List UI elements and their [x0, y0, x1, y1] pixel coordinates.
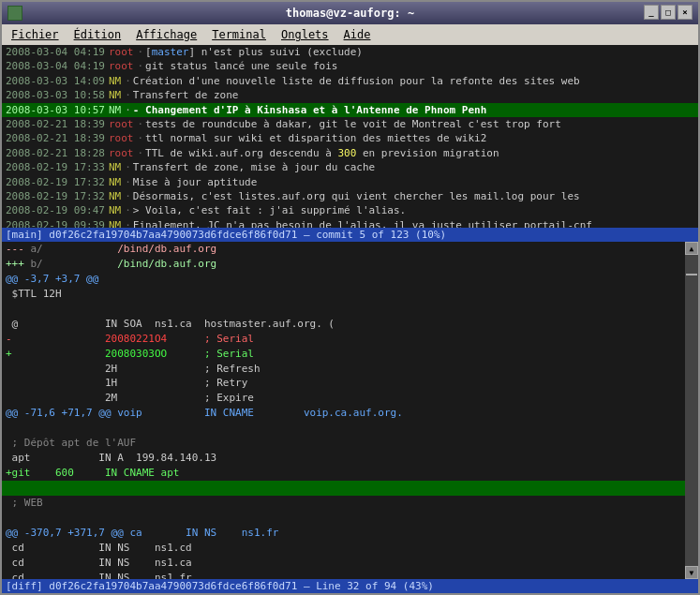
titlebar-buttons: _ □ × — [644, 5, 693, 20]
log-row: 2008-02-21 18:39 root · tests de roundcu… — [2, 117, 698, 131]
diff-line — [6, 421, 681, 436]
menu-edition[interactable]: Édition — [68, 27, 127, 42]
log-row: 2008-02-21 18:28 root · TTL de wiki.auf.… — [2, 146, 698, 160]
diff-hunk: @@ -370,7 +371,7 @@ ca IN NS ns1.fr — [6, 526, 681, 541]
diff-file-new: +++ b/ /bind/db.auf.org — [6, 257, 681, 272]
diff-status-bar: [diff] d0f26c2fa19704b7aa4790073d6fdce6f… — [2, 579, 698, 593]
log-row: 2008-02-19 09:47 NM · > Voila, c'est fai… — [2, 203, 698, 217]
terminal-window: thomas@vz-auforg: ~ _ □ × Fichier Éditio… — [0, 0, 700, 595]
diff-comment: ; WEB — [6, 496, 681, 511]
log-row: 2008-03-03 10:58 NM · Transfert de zone — [2, 88, 698, 102]
log-row: 2008-03-04 04:19 root · [master] n'est p… — [2, 45, 698, 59]
log-row: 2008-02-21 18:39 root · ttl normal sur w… — [2, 131, 698, 145]
log-row-highlighted: 2008-03-03 10:57 NM · - Changement d'IP … — [2, 103, 698, 117]
diff-line: $TTL 12H — [6, 287, 681, 302]
log-row: 2008-02-19 17:32 NM · Désormais, c'est l… — [2, 189, 698, 203]
log-row: 2008-02-19 09:39 NM · Finalement, JC n'a… — [2, 218, 698, 228]
menu-fichier[interactable]: Fichier — [6, 27, 65, 42]
diff-line-plus: +git 600 IN CNAME apt — [6, 466, 681, 481]
scrollbar[interactable]: ▲ ▼ — [685, 242, 698, 579]
diff-line: cd IN NS ns1.ca — [6, 556, 681, 571]
window-title: thomas@vz-auforg: ~ — [286, 7, 414, 20]
diff-hunk: @@ -3,7 +3,7 @@ — [6, 272, 681, 287]
log-row: 2008-03-04 04:19 root · git status lancé… — [2, 59, 698, 73]
menu-terminal[interactable]: Terminal — [206, 27, 272, 42]
diff-line: apt IN A 199.84.140.13 — [6, 451, 681, 466]
menubar: Fichier Édition Affichage Terminal Ongle… — [2, 24, 698, 45]
diff-comment: ; Dépôt apt de l'AUF — [6, 436, 681, 451]
log-row: 2008-03-03 14:09 NM · Création d'une nou… — [2, 74, 698, 88]
maximize-button[interactable]: □ — [661, 5, 676, 20]
terminal-area[interactable]: 2008-03-04 04:19 root · [master] n'est p… — [2, 45, 698, 593]
diff-line — [6, 302, 681, 317]
main-content: 2008-03-04 04:19 root · [master] n'est p… — [2, 45, 698, 593]
diff-file-old: --- a/ /bind/db.auf.org — [6, 242, 681, 257]
diff-line — [6, 511, 681, 526]
titlebar: thomas@vz-auforg: ~ _ □ × — [2, 2, 698, 24]
diff-line: 1H ; Retry — [6, 376, 681, 391]
log-status-bar: [main] d0f26c2fa19704b7aa4790073d6fdce6f… — [2, 228, 698, 242]
diff-line-minus: - 20080221O4 ; Serial — [6, 332, 681, 347]
diff-line-plus: + 20080303OO ; Serial — [6, 347, 681, 362]
log-area: 2008-03-04 04:19 root · [master] n'est p… — [2, 45, 698, 228]
minimize-button[interactable]: _ — [644, 5, 659, 20]
diff-line: @ IN SOA ns1.ca hostmaster.auf.org. ( — [6, 317, 681, 332]
log-row: 2008-02-19 17:33 NM · Transfert de zone,… — [2, 160, 698, 174]
diff-line: 2M ; Expire — [6, 391, 681, 406]
menu-onglets[interactable]: Onglets — [276, 27, 335, 42]
menu-aide[interactable]: Aide — [338, 27, 377, 42]
scrollbar-thumb[interactable] — [686, 274, 697, 275]
menu-affichage[interactable]: Affichage — [130, 27, 202, 42]
diff-area[interactable]: --- a/ /bind/db.auf.org +++ b/ /bind/db.… — [2, 242, 685, 579]
scroll-down-button[interactable]: ▼ — [685, 566, 698, 579]
diff-sep — [2, 481, 685, 496]
diff-line: cd IN NS ns1.cd — [6, 541, 681, 556]
diff-line: cd IN NS ns1.fr — [6, 571, 681, 579]
close-button[interactable]: × — [678, 5, 693, 20]
diff-container: --- a/ /bind/db.auf.org +++ b/ /bind/db.… — [2, 242, 698, 579]
diff-hunk: @@ -71,6 +71,7 @@ voip IN CNAME voip.ca.… — [6, 406, 681, 421]
diff-line: 2H ; Refresh — [6, 362, 681, 377]
terminal-icon — [7, 6, 22, 21]
log-row: 2008-02-19 17:32 NM · Mise à jour aptitu… — [2, 175, 698, 189]
scroll-up-button[interactable]: ▲ — [685, 242, 698, 255]
